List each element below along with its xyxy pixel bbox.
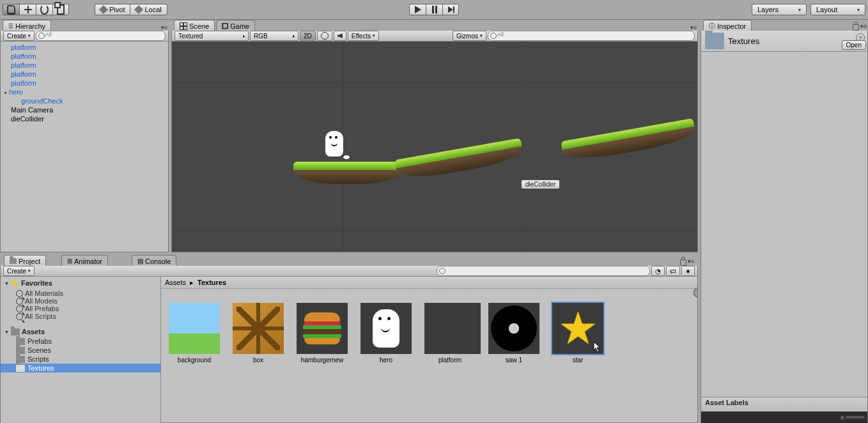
folder-item[interactable]: Scripts — [1, 355, 160, 364]
render-mode-dropdown[interactable]: RGB♦ — [250, 31, 298, 41]
folder-icon — [16, 365, 25, 372]
assets-header[interactable]: ▼Assets — [1, 327, 160, 337]
inspector-tab[interactable]: ⓘInspector — [703, 20, 752, 31]
rotate-tool[interactable] — [36, 4, 52, 15]
asset-thumb — [297, 303, 348, 354]
asset-item[interactable]: background — [169, 303, 220, 364]
effects-dropdown[interactable]: Effects▾ — [348, 31, 379, 41]
hierarchy-item[interactable]: platform — [1, 61, 168, 70]
step-button[interactable] — [442, 4, 459, 15]
scene-viewport[interactable]: dieCollider — [172, 42, 697, 252]
scene-platform[interactable] — [293, 162, 402, 186]
game-tab[interactable]: Game — [216, 20, 255, 31]
layers-dropdown[interactable]: Layers — [752, 4, 807, 15]
asset-item[interactable]: platform — [424, 303, 476, 364]
project-search[interactable] — [437, 266, 650, 276]
asset-item[interactable]: box — [233, 303, 284, 364]
pivot-icon — [99, 5, 108, 14]
asset-item[interactable]: hero — [360, 303, 412, 364]
folder-icon — [10, 258, 17, 264]
hierarchy-item-diecollider[interactable]: dieCollider — [1, 114, 168, 123]
hierarchy-tabmenu[interactable]: ▾≡ — [161, 24, 167, 31]
preview-resize-handle[interactable] — [846, 416, 865, 419]
breadcrumb-current[interactable]: Textures — [198, 279, 226, 286]
layout-label: Layout — [816, 6, 837, 13]
save-search-button[interactable]: ★ — [681, 266, 695, 276]
favorites-header[interactable]: ▼★Favorites — [1, 277, 160, 289]
move-tool[interactable] — [19, 4, 36, 15]
hierarchy-tab[interactable]: ☰Hierarchy — [3, 20, 51, 31]
lock-icon[interactable] — [853, 24, 859, 31]
inspector-header: Textures ? Open — [701, 31, 867, 52]
inspector-tabbar: ⓘInspector ▾≡ — [701, 20, 868, 31]
pivot-toggle[interactable]: Pivot — [95, 4, 130, 15]
scale-tool[interactable] — [52, 4, 69, 15]
asset-item[interactable]: hamburgernew — [297, 303, 348, 364]
folder-item-textures[interactable]: Textures — [1, 364, 160, 373]
scene-search[interactable]: All — [488, 31, 695, 41]
pause-button[interactable] — [426, 4, 442, 15]
folder-item[interactable]: Prefabs — [1, 337, 160, 346]
asset-grid: background box hamburgernew — [161, 289, 697, 422]
layout-dropdown[interactable]: Layout — [810, 4, 865, 15]
project-create-button[interactable]: Create▾ — [3, 266, 35, 276]
lighting-toggle[interactable] — [317, 31, 332, 41]
asset-thumb — [360, 303, 412, 354]
audio-toggle[interactable] — [334, 31, 346, 41]
2d-toggle[interactable]: 2D — [300, 31, 316, 41]
play-button[interactable] — [409, 4, 426, 15]
draw-mode-dropdown[interactable]: Textured♦ — [174, 31, 249, 41]
preview-menu-icon[interactable]: ≡ — [841, 414, 844, 421]
open-button[interactable]: Open — [842, 40, 866, 50]
rotate-icon — [40, 4, 49, 15]
hand-icon — [7, 5, 15, 15]
gizmos-dropdown[interactable]: Gizmos▾ — [453, 31, 486, 41]
sun-icon — [321, 32, 329, 40]
scene-tab[interactable]: Scene — [174, 20, 215, 31]
scene-object-label[interactable]: dieCollider — [521, 180, 560, 189]
lock-icon[interactable] — [680, 259, 686, 266]
hierarchy-item-groundcheck[interactable]: groundCheck — [1, 96, 168, 105]
scene-tabmenu[interactable]: ▾≡ — [690, 24, 697, 31]
favorite-item[interactable]: All Materials — [1, 289, 160, 297]
project-tabmenu[interactable]: ▾≡ — [680, 257, 694, 266]
pause-icon — [432, 6, 434, 13]
search-icon — [16, 305, 23, 312]
scene-platform[interactable] — [394, 138, 525, 184]
scene-hero[interactable] — [325, 131, 343, 157]
animator-tab[interactable]: ⊞Animator — [61, 255, 108, 266]
folder-item[interactable]: Scenes — [1, 346, 160, 355]
hierarchy-list: platform platform platform platform plat… — [1, 42, 168, 123]
inspector-body — [701, 52, 867, 397]
asset-item-star[interactable]: ★ star — [552, 303, 603, 364]
inspector-tabmenu[interactable]: ▾≡ — [853, 22, 867, 31]
breadcrumb-root[interactable]: Assets — [165, 279, 186, 286]
hierarchy-create-button[interactable]: Create▾ — [3, 31, 35, 41]
asset-labels-header[interactable]: Asset Labels — [701, 397, 867, 411]
expand-icon[interactable] — [694, 289, 697, 298]
scene-platform[interactable] — [561, 118, 697, 165]
hierarchy-tabbar: ☰Hierarchy ▾≡ — [0, 20, 169, 31]
local-toggle[interactable]: Local — [130, 4, 167, 15]
project-tab[interactable]: Project — [4, 255, 46, 266]
hierarchy-item-camera[interactable]: Main Camera — [1, 105, 168, 114]
hierarchy-search[interactable]: All — [36, 31, 166, 41]
hand-tool[interactable] — [3, 4, 19, 15]
project-toolbar: Create▾ ◔ 🏷 ★ — [1, 266, 697, 277]
search-icon — [16, 298, 23, 305]
filter-label-button[interactable]: 🏷 — [666, 266, 680, 276]
folder-icon — [16, 338, 25, 345]
inspector-panel: Textures ? Open Asset Labels ≡ — [701, 31, 868, 423]
filter-type-button[interactable]: ◔ — [651, 266, 665, 276]
asset-item[interactable]: saw 1 — [488, 303, 539, 364]
cursor-icon — [593, 341, 602, 353]
hierarchy-item[interactable]: platform — [1, 70, 168, 79]
hierarchy-item[interactable]: platform — [1, 79, 168, 88]
asset-preview-bar[interactable]: ≡ — [701, 411, 867, 423]
layers-label: Layers — [757, 6, 779, 13]
scene-icon — [180, 22, 187, 30]
hierarchy-item[interactable]: platform — [1, 52, 168, 61]
hierarchy-item-hero[interactable]: hero — [1, 88, 168, 96]
console-tab[interactable]: ▤Console — [132, 255, 176, 266]
hierarchy-item[interactable]: platform — [1, 43, 168, 52]
